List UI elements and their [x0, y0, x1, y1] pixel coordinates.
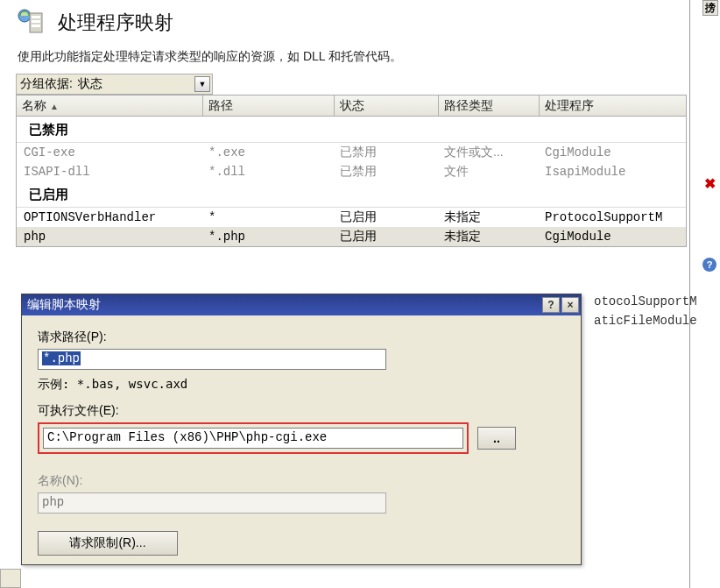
peek-handler: aticFileModule [594, 314, 697, 328]
browse-button[interactable]: .. [477, 427, 516, 450]
handler-mappings-icon [16, 7, 47, 39]
request-path-label: 请求路径(P): [38, 329, 565, 345]
chevron-down-icon[interactable]: ▼ [194, 76, 210, 92]
groupby-selector[interactable]: 分组依据: 状态 ▼ [16, 74, 213, 95]
sort-asc-icon: ▲ [50, 102, 59, 111]
name-input: php [38, 492, 386, 514]
svg-rect-2 [32, 16, 40, 18]
dialog-title: 编辑脚本映射 [27, 297, 101, 313]
status-bar-fragment [0, 569, 21, 588]
help-button[interactable]: ? [542, 297, 560, 313]
svg-rect-4 [32, 25, 40, 27]
groupby-value: 状态 [78, 76, 102, 92]
dialog-body: 请求路径(P): *.php 示例: *.bas, wsvc.axd 可执行文件… [22, 315, 581, 564]
table-row[interactable]: OPTIONSVerbHandler * 已启用 未指定 ProtocolSup… [17, 208, 686, 227]
executable-label: 可执行文件(E): [38, 403, 565, 419]
executable-input[interactable]: C:\Program Files (x86)\PHP\php-cgi.exe [43, 428, 463, 449]
col-ptype[interactable]: 路径类型 [439, 96, 540, 116]
table-header: 名称▲ 路径 状态 路径类型 处理程序 [17, 96, 686, 117]
name-label: 名称(N): [38, 473, 565, 489]
request-path-input[interactable]: *.php [38, 349, 386, 370]
peek-handler: otocolSupportM [594, 294, 697, 308]
page-title: 处理程序映射 [58, 10, 173, 36]
group-disabled[interactable]: 已禁用 [17, 117, 686, 143]
page-header: 处理程序映射 [16, 0, 689, 44]
page-description: 使用此功能指定处理特定请求类型的响应的资源，如 DLL 和托管代码。 [18, 49, 689, 65]
col-state[interactable]: 状态 [335, 96, 439, 116]
handlers-table: 名称▲ 路径 状态 路径类型 处理程序 已禁用 CGI-exe *.exe 已禁… [16, 95, 687, 247]
request-path-example: 示例: *.bas, wsvc.axd [38, 377, 565, 393]
table-body: 已禁用 CGI-exe *.exe 已禁用 文件或文... CgiModule … [17, 117, 686, 246]
right-panel-edge: 搒 ✖ ? [702, 0, 720, 588]
col-name[interactable]: 名称▲ [17, 96, 203, 116]
table-row[interactable]: php *.php 已启用 未指定 CgiModule [17, 227, 686, 246]
executable-highlight: C:\Program Files (x86)\PHP\php-cgi.exe [38, 422, 469, 454]
table-row[interactable]: CGI-exe *.exe 已禁用 文件或文... CgiModule [17, 143, 686, 162]
dialog-titlebar[interactable]: 编辑脚本映射 ? × [22, 294, 581, 315]
table-row[interactable]: ISAPI-dll *.dll 已禁用 文件 IsapiModule [17, 162, 686, 181]
close-icon[interactable]: ✖ [704, 175, 716, 192]
svg-rect-3 [32, 20, 40, 23]
request-restrictions-button[interactable]: 请求限制(R)... [38, 531, 178, 556]
right-tab[interactable]: 搒 [702, 0, 718, 16]
edit-script-map-dialog: 编辑脚本映射 ? × 请求路径(P): *.php 示例: *.bas, wsv… [21, 294, 582, 565]
close-button[interactable]: × [561, 297, 579, 313]
groupby-label: 分组依据: [20, 76, 73, 92]
col-path[interactable]: 路径 [203, 96, 335, 116]
col-handler[interactable]: 处理程序 [540, 96, 686, 116]
help-icon[interactable]: ? [702, 258, 716, 272]
group-enabled[interactable]: 已启用 [17, 181, 686, 208]
